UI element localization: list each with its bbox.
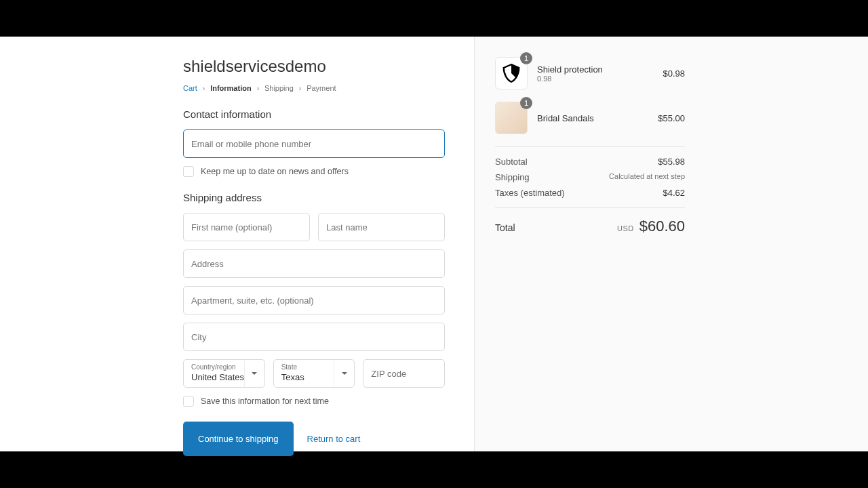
divider — [495, 207, 685, 208]
address-field[interactable] — [183, 249, 445, 278]
save-info-label: Save this information for next time — [201, 396, 329, 406]
state-value: Texas — [281, 372, 304, 382]
newsletter-checkbox[interactable] — [183, 166, 194, 177]
first-name-field[interactable] — [183, 213, 310, 241]
country-label: Country/region — [191, 363, 236, 371]
caret-down-icon — [244, 360, 264, 387]
cart-item-name: Shield protection — [537, 64, 653, 75]
country-select[interactable]: Country/region United States — [183, 359, 265, 388]
shipping-value: Calculated at next step — [609, 172, 685, 182]
apartment-field[interactable] — [183, 286, 445, 314]
divider — [495, 146, 685, 147]
cart-item-name: Bridal Sandals — [537, 113, 648, 123]
breadcrumb-information: Information — [210, 84, 252, 92]
state-label: State — [281, 363, 297, 371]
total-amount: $60.60 — [639, 218, 685, 235]
subtotal-label: Subtotal — [495, 157, 528, 167]
letterbox-top — [0, 0, 868, 37]
total-label: Total — [495, 222, 515, 233]
cart-item: 1 Bridal Sandals $55.00 — [495, 102, 685, 134]
chevron-right-icon: › — [299, 85, 301, 92]
country-value: United States — [191, 372, 244, 382]
quantity-badge: 1 — [520, 52, 532, 64]
currency-code: USD — [617, 224, 634, 232]
state-select[interactable]: State Texas — [273, 359, 355, 388]
city-field[interactable] — [183, 323, 445, 351]
shield-icon — [500, 62, 522, 84]
subtotal-value: $55.98 — [658, 157, 685, 167]
taxes-value: $4.62 — [663, 188, 685, 198]
breadcrumb-shipping: Shipping — [264, 84, 294, 92]
continue-button[interactable]: Continue to shipping — [183, 422, 294, 456]
breadcrumb: Cart › Information › Shipping › Payment — [183, 84, 445, 92]
zip-field[interactable] — [363, 359, 445, 388]
shipping-section-title: Shipping address — [183, 192, 445, 203]
order-summary-sidebar: 1 Shield protection 0.98 $0.98 1 Bridal … — [475, 37, 868, 451]
newsletter-label: Keep me up to date on news and offers — [201, 167, 349, 176]
checkout-page: shieldservicesdemo Cart › Information › … — [0, 37, 868, 451]
email-field[interactable] — [183, 129, 445, 158]
taxes-label: Taxes (estimated) — [495, 188, 565, 198]
chevron-right-icon: › — [257, 85, 259, 92]
cart-item: 1 Shield protection 0.98 $0.98 — [495, 57, 685, 89]
breadcrumb-payment: Payment — [307, 84, 336, 92]
last-name-field[interactable] — [318, 213, 445, 241]
caret-down-icon — [334, 360, 354, 387]
shipping-label: Shipping — [495, 172, 530, 182]
letterbox-bottom — [0, 451, 868, 488]
main-column: shieldservicesdemo Cart › Information › … — [0, 37, 475, 451]
chevron-right-icon: › — [203, 85, 205, 92]
cart-item-price: $0.98 — [663, 68, 685, 79]
store-name: shieldservicesdemo — [183, 57, 445, 76]
return-to-cart-link[interactable]: Return to cart — [307, 434, 361, 444]
breadcrumb-cart[interactable]: Cart — [183, 84, 197, 92]
cart-item-sub: 0.98 — [537, 75, 653, 83]
cart-item-price: $55.00 — [658, 113, 685, 123]
quantity-badge: 1 — [520, 97, 532, 109]
contact-section-title: Contact information — [183, 108, 445, 120]
save-info-checkbox[interactable] — [183, 396, 194, 407]
